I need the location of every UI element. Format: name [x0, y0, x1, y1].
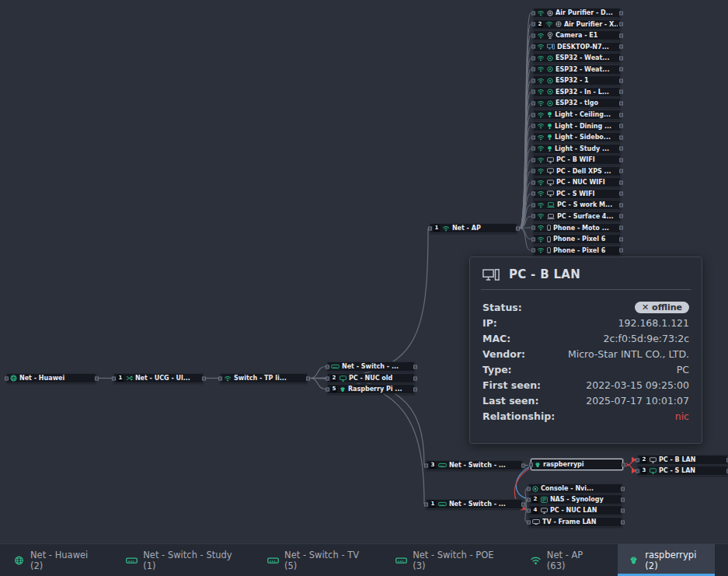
node-esp32-tlgo[interactable]: ESP32 - tlgo — [533, 98, 621, 108]
right-port-connector — [619, 11, 623, 15]
right-port-connector — [202, 376, 206, 380]
detail-row-type: Type:PC — [482, 361, 689, 377]
node-console-nvi[interactable]: Console - Nvi... — [528, 483, 622, 494]
node-label: Light - Dining ... — [555, 123, 618, 130]
node-esp32-weat[interactable]: ESP32 - Weat... — [533, 53, 621, 63]
node-raspberrypi[interactable]: raspberrypi — [531, 459, 623, 470]
node-net-switch[interactable]: 1Net - Switch - ... — [426, 499, 523, 509]
node-tv-frame-lan[interactable]: TV - Frame LAN — [528, 517, 622, 527]
node-label: Air Purifier - D... — [556, 9, 618, 16]
legend-tab-net-switch-study-1[interactable]: Net - Switch - Study (1) — [116, 544, 247, 576]
device-details-popup: PC - B LAN Status:✕offlineIP:192.168.1.1… — [469, 257, 702, 444]
wifi-icon — [537, 157, 545, 163]
node-pc-s-wifi[interactable]: PC - S WIFI — [533, 189, 621, 199]
count-badge: 3 — [430, 462, 436, 469]
node-light-sidebo[interactable]: Light - Sidebo... — [533, 132, 621, 142]
node-nas-synology[interactable]: 2NAS - Synology — [528, 494, 622, 504]
raspberry-icon — [340, 386, 346, 393]
legend-tab-net-huawei-2[interactable]: Net - Huawei (2) — [3, 544, 106, 576]
node-pc-nuc-wifi[interactable]: PC - NUC WIFI — [533, 177, 621, 187]
node-air-purifier-x[interactable]: 2Air Purifier - X... — [533, 19, 621, 30]
node-label: Light - Study ... — [555, 145, 618, 152]
fan-icon — [547, 10, 553, 16]
camera-icon — [547, 32, 553, 39]
desktop-icon — [547, 44, 555, 50]
switch-icon — [438, 501, 447, 507]
network-topology-canvas[interactable]: PC - B LAN Status:✕offlineIP:192.168.1.1… — [0, 0, 728, 576]
detail-label: Type: — [482, 364, 512, 375]
legend-tab-label: Net - Switch - POE (3) — [413, 550, 500, 571]
node-light-ceiling[interactable]: Light - Ceiling... — [533, 110, 621, 120]
node-label: ESP32 - In - L... — [556, 89, 618, 96]
left-port-connector — [531, 226, 535, 230]
phone-icon — [547, 225, 551, 231]
node-label: Light - Sidebo... — [555, 134, 618, 141]
node-label: PC - S LAN — [659, 467, 725, 474]
console-icon — [532, 486, 538, 492]
node-pc-nuc-lan[interactable]: 4PC - NUC LAN — [528, 505, 622, 515]
node-label: ESP32 - Weat... — [556, 66, 618, 73]
node-raspberry-pi[interactable]: 5Raspberry Pi ... — [327, 384, 415, 394]
node-camera-e1[interactable]: Camera - E1 — [533, 30, 621, 40]
wifi-icon — [537, 236, 545, 243]
right-port-connector — [619, 113, 623, 117]
node-pc-nuc-old[interactable]: 2PC - NUC old — [327, 373, 415, 383]
node-label: DESKTOP-N7... — [557, 44, 618, 51]
node-pc-s-lan[interactable]: 3PC - S LAN — [637, 466, 728, 476]
detail-value: 2022-03-15 09:25:00 — [586, 379, 689, 391]
detail-value: PC — [677, 364, 689, 375]
node-pc-dell-xps[interactable]: PC - Dell XPS ... — [533, 166, 621, 176]
node-light-study[interactable]: Light - Study ... — [533, 144, 621, 154]
wifi-icon — [537, 89, 545, 95]
legend-tab-raspberrypi-2[interactable]: raspberrypi (2) — [618, 544, 715, 576]
node-switch-tp-li[interactable]: Switch - TP li... — [220, 373, 308, 383]
count-badge: 1 — [430, 501, 436, 508]
right-port-connector — [619, 45, 623, 49]
node-net-switch[interactable]: Net - Switch - ... — [327, 361, 415, 372]
right-port-connector — [621, 520, 625, 524]
node-light-dining[interactable]: Light - Dining ... — [533, 121, 621, 131]
node-pc-surface-4[interactable]: PC - Surface 4... — [533, 211, 621, 222]
node-pc-s-work-m[interactable]: PC - S work M... — [533, 200, 621, 210]
right-port-connector — [619, 135, 623, 139]
right-port-connector — [619, 192, 623, 196]
pc-icon — [650, 457, 657, 463]
node-phone-pixel-6[interactable]: Phone - Pixel 6 — [533, 246, 621, 256]
node-air-purifier-d[interactable]: Air Purifier - D... — [533, 8, 621, 18]
left-port-connector — [428, 226, 432, 230]
left-port-connector — [527, 487, 531, 490]
pc-icon — [482, 268, 500, 281]
node-pc-b-lan[interactable]: 2PC - B LAN — [637, 455, 728, 465]
legend-tab-net-switch-tv-5[interactable]: Net - Switch - TV (5) — [257, 544, 375, 576]
right-port-connector — [619, 147, 623, 151]
node-esp32-in-l[interactable]: ESP32 - In - L... — [533, 87, 621, 97]
count-badge: 1 — [434, 225, 440, 232]
laptop-green-icon — [547, 202, 555, 208]
node-label: PC - S WIFI — [556, 190, 618, 197]
node-net-switch[interactable]: 3Net - Switch - ... — [426, 460, 523, 470]
node-net-ap[interactable]: 1Net - AP — [430, 223, 517, 233]
node-pc-b-wifi[interactable]: PC - B WIFI — [533, 155, 621, 165]
wifi-icon — [537, 123, 545, 129]
left-port-connector — [326, 376, 329, 380]
left-port-connector — [326, 365, 329, 368]
laptop-icon — [547, 214, 555, 219]
node-esp32-weat[interactable]: ESP32 - Weat... — [533, 65, 621, 75]
right-port-connector — [619, 79, 623, 82]
left-port-connector — [531, 56, 535, 60]
node-net-huawei[interactable]: Net - Huawei — [6, 373, 96, 383]
node-desktop-n7[interactable]: DESKTOP-N7... — [533, 42, 621, 52]
globe-icon — [10, 375, 17, 382]
wifi-icon — [537, 100, 545, 106]
detail-row-status: Status:✕offline — [482, 299, 689, 315]
node-esp32-1[interactable]: ESP32 - 1 — [533, 75, 621, 86]
node-phone-pixel-6[interactable]: Phone - Pixel 6 — [533, 234, 621, 244]
node-net-ucg-ul[interactable]: 1Net - UCG - Ul... — [113, 373, 204, 383]
legend-tab-net-ap-63[interactable]: Net - AP (63) — [520, 544, 608, 576]
wifi-icon — [537, 247, 545, 253]
node-phone-moto[interactable]: Phone - Moto ... — [533, 223, 621, 233]
legend-tab-net-switch-poe-3[interactable]: Net - Switch - POE (3) — [385, 544, 510, 576]
right-port-connector — [413, 365, 417, 368]
left-port-connector — [531, 101, 535, 105]
legend-tab-label: Net - Switch - TV (5) — [284, 550, 365, 571]
